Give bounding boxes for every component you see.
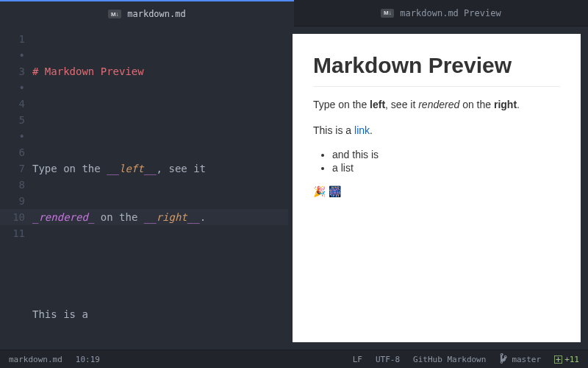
status-git-branch[interactable]: master (512, 355, 541, 364)
preview-link[interactable]: link (354, 124, 370, 136)
status-encoding[interactable]: UTF-8 (376, 355, 400, 364)
split-panes: 1 3 4 5 6 7 8 9 10 11 # Markdown Preview… (0, 26, 588, 350)
line-number-wrap (0, 47, 25, 63)
line-number: 7 (0, 160, 25, 177)
status-cursor-pos[interactable]: 10:19 (76, 355, 100, 364)
preview-list-item: and this is (332, 149, 560, 160)
heading-text: Markdown Preview (38, 66, 143, 77)
tab-preview-label: markdown.md Preview (400, 8, 501, 18)
status-line-ending[interactable]: LF (353, 355, 362, 364)
line-number: 9 (0, 193, 25, 209)
markdown-file-icon: M↓ (108, 10, 121, 18)
preview-pane: Markdown Preview Type on the left, see i… (288, 26, 588, 350)
italic-text: rendered (38, 211, 87, 223)
tab-editor[interactable]: M↓ markdown.md (0, 0, 294, 26)
code-text: Type on the (32, 163, 107, 174)
preview-paragraph: This is a link. (313, 123, 560, 138)
code-text: on the (94, 211, 143, 223)
line-number: 11 (0, 225, 25, 241)
preview-emoji: 🎉 🎆 (313, 184, 560, 199)
bold-marker: __ (144, 163, 157, 174)
preview-content[interactable]: Markdown Preview Type on the left, see i… (293, 34, 581, 342)
git-branch-icon (499, 353, 508, 366)
preview-list-item: a list (332, 162, 560, 174)
git-added-icon (554, 355, 562, 364)
preview-paragraph: Type on the left, see it rendered on the… (313, 97, 560, 113)
git-diff-count: +11 (564, 355, 579, 364)
bold-text: right (157, 211, 187, 223)
preview-heading: Markdown Preview (313, 53, 560, 87)
status-grammar[interactable]: GitHub Markdown (413, 355, 486, 364)
line-number-gutter: 1 3 4 5 6 7 8 9 10 11 (0, 26, 32, 350)
status-bar: markdown.md 10:19 LF UTF-8 GitHub Markdo… (0, 350, 588, 368)
bold-marker: __ (187, 211, 200, 223)
status-git-diff[interactable]: +11 (554, 355, 579, 364)
tab-editor-label: markdown.md (127, 9, 185, 19)
line-number-wrap (0, 79, 25, 96)
preview-list: and this is a list (313, 149, 560, 174)
bold-marker: __ (144, 211, 157, 223)
tab-preview[interactable]: M↓ markdown.md Preview (294, 0, 588, 26)
line-number: 5 (0, 112, 25, 128)
code-text: . (200, 211, 206, 223)
code-text: This is a (32, 308, 88, 320)
line-number: 10 (0, 209, 25, 225)
code-area[interactable]: # Markdown Preview Type on the __left__,… (32, 26, 288, 350)
editor-pane[interactable]: 1 3 4 5 6 7 8 9 10 11 # Markdown Preview… (0, 26, 288, 350)
line-number: 3 (0, 63, 25, 79)
bold-marker: __ (107, 163, 119, 174)
line-number: 4 (0, 96, 25, 112)
tab-bar: M↓ markdown.md M↓ markdown.md Preview (0, 0, 588, 26)
markdown-file-icon: M↓ (381, 9, 394, 18)
line-number: 6 (0, 144, 25, 160)
code-text: , see it (157, 163, 206, 174)
status-filename[interactable]: markdown.md (9, 355, 62, 364)
bold-text: left (119, 163, 144, 174)
line-number-wrap (0, 128, 25, 144)
line-number: 1 (0, 31, 25, 47)
line-number: 8 (0, 177, 25, 193)
